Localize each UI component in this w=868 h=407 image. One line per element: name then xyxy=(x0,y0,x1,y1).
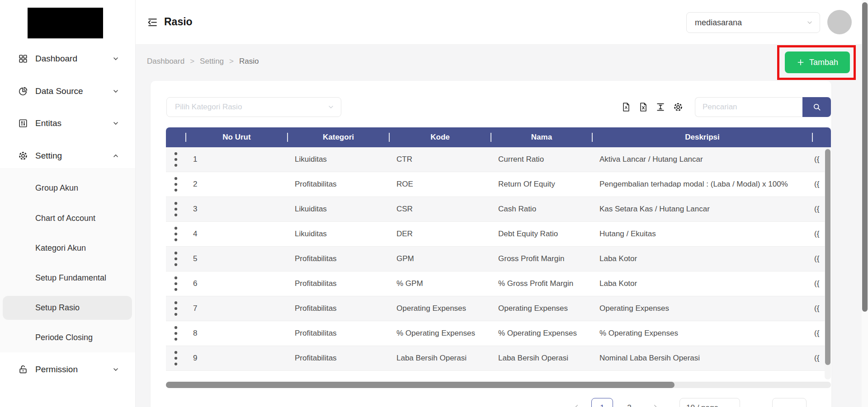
row-drag-handle[interactable] xyxy=(166,174,186,194)
row-drag-handle[interactable] xyxy=(166,274,186,294)
column-header-deskripsi[interactable]: Deskripsi xyxy=(592,133,812,142)
column-height-icon[interactable] xyxy=(656,102,665,112)
sub-item-label: Setup Rasio xyxy=(35,303,80,313)
gear-icon[interactable] xyxy=(673,102,683,112)
column-header-no-urut[interactable]: No Urut xyxy=(186,133,288,142)
table-vertical-scrollbar-thumb[interactable] xyxy=(825,149,830,365)
table-row[interactable]: 2 Profitabilitas ROE Return Of Equity Pe… xyxy=(166,172,831,197)
category-filter-placeholder: Pilih Kategori Rasio xyxy=(175,103,242,112)
table-row[interactable]: 8 Profitabilitas % Operating Expenses % … xyxy=(166,321,831,346)
file-excel-icon[interactable] xyxy=(638,102,648,112)
chevron-down-icon xyxy=(112,88,119,95)
sidebar-item-data-source[interactable]: Data Source xyxy=(0,80,135,103)
cell-nama: % Operating Expenses xyxy=(491,329,592,338)
breadcrumb-separator: > xyxy=(229,57,234,65)
cell-kategori: Profitabilitas xyxy=(288,279,389,288)
cell-kode: Laba Bersih Operasi xyxy=(389,354,491,363)
sidebar-item-label: Entitas xyxy=(35,118,61,128)
dots-vertical-icon xyxy=(166,150,186,169)
header-separator xyxy=(491,133,491,142)
breadcrumb-item-setting[interactable]: Setting xyxy=(200,57,224,65)
search-button[interactable] xyxy=(802,97,831,117)
chevron-down-icon xyxy=(112,366,119,373)
grid-icon xyxy=(18,54,28,64)
search-input[interactable]: Pencarian xyxy=(695,97,802,117)
table-body: 1 Likuiditas CTR Current Ratio Aktiva La… xyxy=(166,147,831,371)
file-pdf-icon[interactable] xyxy=(621,102,631,112)
app-logo xyxy=(28,8,103,38)
cell-kode: GPM xyxy=(389,254,491,263)
cell-kategori: Likuiditas xyxy=(288,155,389,164)
cell-deskripsi: % Operating Expenses xyxy=(592,329,812,338)
sub-item-label: Chart of Account xyxy=(35,214,95,223)
dots-vertical-icon xyxy=(166,274,186,294)
cell-nama: Gross Profit Margin xyxy=(491,254,592,263)
menu-fold-icon[interactable] xyxy=(147,17,158,28)
row-drag-handle[interactable] xyxy=(166,299,186,318)
sliders-icon xyxy=(18,118,28,128)
breadcrumb-item-current: Rasio xyxy=(239,57,259,65)
pagination-prev-icon[interactable] xyxy=(573,403,580,407)
cell-kategori: Likuiditas xyxy=(288,229,389,239)
row-drag-handle[interactable] xyxy=(166,199,186,219)
sub-item-label: Setup Fundamental xyxy=(35,273,106,283)
dots-vertical-icon xyxy=(166,323,186,343)
header-separator xyxy=(592,133,593,142)
column-header-kategori[interactable]: Kategori xyxy=(288,133,389,142)
sidebar-item-label: Data Source xyxy=(35,86,83,96)
cell-no-urut: 4 xyxy=(186,229,288,239)
row-drag-handle[interactable] xyxy=(166,150,186,169)
pagination-page-size-select[interactable]: 10 / page xyxy=(679,398,740,407)
table-row[interactable]: 6 Profitabilitas % GPM % Gross Profit Ma… xyxy=(166,271,831,296)
sidebar-item-entitas[interactable]: Entitas xyxy=(0,112,135,135)
workspace-select[interactable]: mediasarana xyxy=(686,12,820,33)
table-row[interactable]: 3 Likuiditas CSR Cash Ratio Kas Setara K… xyxy=(166,197,831,222)
plus-icon xyxy=(797,58,805,66)
category-filter-select[interactable]: Pilih Kategori Rasio xyxy=(166,97,341,117)
row-drag-handle[interactable] xyxy=(166,323,186,343)
breadcrumb-item-dashboard[interactable]: Dashboard xyxy=(147,57,184,65)
cell-kategori: Profitabilitas xyxy=(288,254,389,263)
cell-no-urut: 6 xyxy=(186,279,288,288)
sidebar-item-dashboard[interactable]: Dashboard xyxy=(0,47,135,70)
pagination-next-icon[interactable] xyxy=(651,403,659,407)
add-button[interactable]: Tambah xyxy=(785,51,850,73)
column-header-kode[interactable]: Kode xyxy=(389,133,491,142)
pagination-page-2[interactable]: 2 xyxy=(618,398,640,407)
sidebar-item-periode-closing[interactable]: Periode Closing xyxy=(0,326,135,349)
sidebar-item-permission[interactable]: Permission xyxy=(0,358,135,381)
dots-vertical-icon xyxy=(166,174,186,194)
pagination-page-1[interactable]: 1 xyxy=(591,398,613,407)
table-row[interactable]: 9 Profitabilitas Laba Bersih Operasi Lab… xyxy=(166,346,831,371)
sidebar-item-setting[interactable]: Setting xyxy=(0,145,135,167)
sidebar-item-setup-fundamental[interactable]: Setup Fundamental xyxy=(0,266,135,290)
cell-kode: % GPM xyxy=(389,279,491,288)
sidebar-item-chart-of-account[interactable]: Chart of Account xyxy=(0,206,135,230)
cell-no-urut: 7 xyxy=(186,304,288,313)
user-avatar[interactable] xyxy=(827,10,852,34)
sidebar-item-label: Dashboard xyxy=(35,54,77,64)
row-drag-handle[interactable] xyxy=(166,249,186,269)
chevron-down-icon xyxy=(327,103,335,111)
row-drag-handle[interactable] xyxy=(166,348,186,368)
cell-nama: Debt Equity Ratio xyxy=(491,229,592,239)
row-drag-handle[interactable] xyxy=(166,224,186,244)
cell-kode: DER xyxy=(389,229,491,239)
sidebar-item-kategori-akun[interactable]: Kategori Akun xyxy=(0,236,135,260)
page-scrollbar-thumb[interactable] xyxy=(862,2,868,312)
table-row[interactable]: 4 Likuiditas DER Debt Equity Ratio Hutan… xyxy=(166,222,831,247)
table-row[interactable]: 1 Likuiditas CTR Current Ratio Aktiva La… xyxy=(166,147,831,172)
column-header-nama[interactable]: Nama xyxy=(491,133,592,142)
sidebar-item-setup-rasio[interactable]: Setup Rasio xyxy=(0,296,135,319)
table-horizontal-scrollbar-thumb[interactable] xyxy=(166,382,675,388)
app-window: Dashboard Data Source Entitas xyxy=(0,0,868,407)
table-row[interactable]: 5 Profitabilitas GPM Gross Profit Margin… xyxy=(166,247,831,271)
pagination-quick-jump-input[interactable] xyxy=(772,398,807,407)
cell-deskripsi: Nominal Laba Bersih Operasi xyxy=(592,354,812,363)
table-row[interactable]: 7 Profitabilitas Operating Expenses Oper… xyxy=(166,296,831,321)
cell-deskripsi: Hutang / Ekuitas xyxy=(592,229,812,239)
gear-icon xyxy=(18,151,28,161)
sidebar-item-group-akun[interactable]: Group Akun xyxy=(0,176,135,200)
sidebar-item-label: Setting xyxy=(35,151,62,161)
page-size-value: 10 / page xyxy=(686,403,718,407)
